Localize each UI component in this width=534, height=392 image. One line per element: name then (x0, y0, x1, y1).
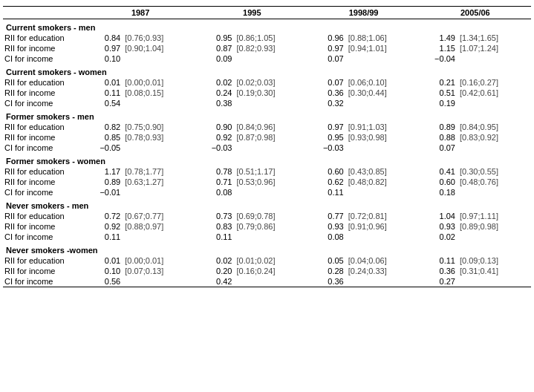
cell-ci: [0.78;1.77] (123, 166, 196, 177)
cell-ci: [0.07;0.13] (123, 266, 196, 276)
col-199899-header: 1998/99 (307, 7, 419, 19)
cell-ci: [0.78;0.93] (123, 132, 196, 143)
cell-ci: [0.30;0.44] (347, 88, 420, 98)
section-title: Never smokers -women (3, 242, 531, 255)
table-row: RII for income0.85[0.78;0.93]0.92[0.87;0… (3, 132, 531, 143)
row-label: RII for education (3, 211, 85, 221)
cell-value: 0.54 (85, 98, 123, 108)
cell-value: 0.97 (307, 122, 346, 132)
cell-value: 0.20 (196, 266, 235, 276)
cell-value: 0.85 (85, 132, 123, 143)
table-row: RII for education0.72[0.67;0.77]0.73[0.6… (3, 211, 531, 221)
cell-value: 0.24 (196, 88, 235, 98)
cell-ci: [0.51;1.17] (235, 166, 307, 177)
cell-value: 0.36 (307, 88, 346, 98)
cell-value: 0.21 (420, 77, 458, 88)
cell-value: −0.04 (420, 53, 458, 64)
cell-value: 0.95 (196, 33, 235, 43)
cell-ci: [0.16;0.24] (235, 266, 307, 276)
cell-ci: [0.89;0.98] (458, 221, 531, 232)
table-row: RII for income0.11[0.08;0.15]0.24[0.19;0… (3, 88, 531, 98)
cell-value: 0.36 (420, 266, 458, 276)
row-label: RII for income (3, 132, 85, 143)
row-label: RII for education (3, 77, 85, 88)
main-table: 1987 1995 1998/99 2005/06 Current smoker… (3, 6, 531, 287)
cell-value: 0.27 (420, 276, 458, 287)
cell-value: 0.11 (196, 232, 235, 242)
cell-value: 0.08 (307, 232, 346, 242)
cell-ci: [0.42;0.61] (458, 88, 531, 98)
cell-ci (347, 276, 420, 287)
section-header-5: Never smokers -women (3, 242, 531, 255)
cell-value: 0.18 (420, 187, 458, 197)
table-row: CI for income0.540.380.320.19 (3, 98, 531, 108)
section-title: Never smokers - men (3, 197, 531, 211)
row-label: RII for income (3, 43, 85, 53)
cell-value: 0.83 (196, 221, 235, 232)
row-label: CI for income (3, 53, 85, 64)
cell-ci: [0.16;0.27] (458, 77, 531, 88)
cell-value: 0.84 (85, 33, 123, 43)
section-header-0: Current smokers - men (3, 19, 531, 33)
cell-value: 0.38 (196, 98, 235, 108)
table-row: RII for education0.01[0.00;0.01]0.02[0.0… (3, 255, 531, 266)
cell-value: 0.10 (85, 266, 123, 276)
cell-ci (347, 143, 420, 153)
cell-ci: [0.31;0.41] (458, 266, 531, 276)
cell-value: 0.02 (196, 255, 235, 266)
cell-value: 0.08 (196, 187, 235, 197)
cell-ci (458, 187, 531, 197)
cell-value: 0.97 (307, 43, 346, 53)
cell-ci: [0.76;0.93] (123, 33, 196, 43)
cell-value: 0.89 (85, 177, 123, 187)
row-label: RII for education (3, 33, 85, 43)
row-label: RII for income (3, 221, 85, 232)
cell-ci: [0.97;1.11] (458, 211, 531, 221)
cell-ci: [0.84;0.95] (458, 122, 531, 132)
cell-value: 0.60 (307, 166, 346, 177)
cell-ci: [0.94;1.01] (347, 43, 420, 53)
cell-ci (123, 53, 196, 64)
cell-value: 0.07 (307, 53, 346, 64)
cell-value: 0.11 (307, 187, 346, 197)
cell-ci: [0.63;1.27] (123, 177, 196, 187)
cell-value: 1.04 (420, 211, 458, 221)
cell-value: 0.73 (196, 211, 235, 221)
cell-ci: [0.53;0.96] (235, 177, 307, 187)
cell-value: 0.82 (85, 122, 123, 132)
cell-value: 0.93 (420, 221, 458, 232)
cell-value: 0.11 (85, 232, 123, 242)
cell-value: 0.72 (85, 211, 123, 221)
cell-value: 0.60 (420, 177, 458, 187)
cell-ci (458, 232, 531, 242)
col-label-header (3, 7, 85, 19)
row-label: CI for income (3, 143, 85, 153)
cell-value: 0.95 (307, 132, 346, 143)
cell-value: 0.41 (420, 166, 458, 177)
cell-value: 0.02 (420, 232, 458, 242)
cell-ci: [0.82;0.93] (235, 43, 307, 53)
section-header-4: Never smokers - men (3, 197, 531, 211)
section-title: Former smokers - men (3, 108, 531, 122)
cell-value: 1.49 (420, 33, 458, 43)
cell-ci: [0.91;1.03] (347, 122, 420, 132)
cell-ci (235, 187, 307, 197)
row-label: CI for income (3, 276, 85, 287)
cell-ci (458, 276, 531, 287)
cell-ci: [0.90;1.04] (123, 43, 196, 53)
table-row: CI for income0.560.420.360.27 (3, 276, 531, 287)
table-row: RII for income0.97[0.90;1.04]0.87[0.82;0… (3, 43, 531, 53)
table-row: CI for income0.110.110.080.02 (3, 232, 531, 242)
cell-ci: [0.09;0.13] (458, 255, 531, 266)
section-title: Current smokers - women (3, 64, 531, 77)
cell-ci: [0.91;0.96] (347, 221, 420, 232)
cell-ci: [1.34;1.65] (458, 33, 531, 43)
cell-value: 0.87 (196, 43, 235, 53)
cell-value: 0.92 (85, 221, 123, 232)
cell-value: 0.19 (420, 98, 458, 108)
cell-value: 0.93 (307, 221, 346, 232)
cell-value: 0.07 (420, 143, 458, 153)
section-title: Former smokers - women (3, 153, 531, 166)
cell-ci: [0.04;0.06] (347, 255, 420, 266)
cell-ci (123, 232, 196, 242)
